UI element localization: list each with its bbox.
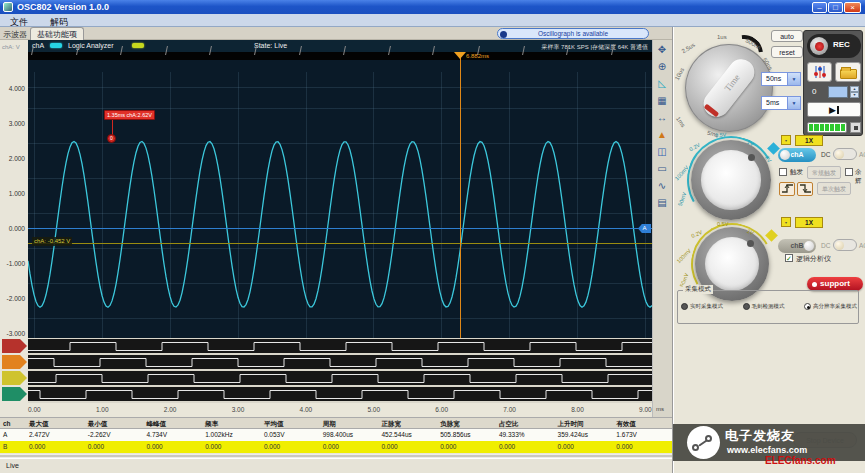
trigger-position-marker-icon[interactable] [454,52,466,65]
capture-mode-option[interactable]: 毛刺检测模式 [743,303,785,310]
x-tick-label: 2.00 [164,403,232,417]
channel-a-toggle[interactable]: chA [778,148,816,162]
play-button[interactable]: ▶ [807,102,861,117]
dial-label: 1us [717,34,727,40]
close-button[interactable]: × [844,2,861,13]
x-tick-label: 4.00 [300,403,368,417]
channel-b-coupling-toggle[interactable] [833,239,857,251]
battery-settings-button[interactable] [850,122,861,133]
persistence-checkbox[interactable] [845,168,853,176]
grid-icon[interactable]: ▦ [652,93,672,110]
toggle-knob-icon [780,150,790,160]
volt-label: 50mV [677,191,688,207]
timebase2-select[interactable]: 5ms ▼ [761,96,801,110]
capture-mode-title: 采集模式 [683,285,713,294]
wave-icon[interactable]: ∿ [652,178,672,195]
counter-field[interactable] [828,86,848,98]
normal-trigger-button[interactable]: 常规触发 [807,166,841,179]
table-icon[interactable]: ▤ [652,195,672,212]
measurement-cell: 452.544us [378,429,437,441]
volt-label: 100mV [675,248,692,265]
spin-down-button[interactable]: ▼ [850,92,859,98]
record-button[interactable]: REC [807,34,861,58]
chevron-down-icon[interactable]: ▼ [787,73,800,85]
capture-mode-option[interactable]: 实时采集模式 [681,303,723,310]
falling-edge-button[interactable] [797,182,813,196]
folder-icon [840,69,857,79]
cursor-marker[interactable]: 0 [107,134,116,143]
capture-mode-option[interactable]: 高分辨率采集模式 [804,303,857,310]
measurement-cell: 0.000 [202,441,261,453]
measurement-cell: 0.000 [261,441,320,453]
x-tick-label: 8.00 [571,403,639,417]
channel-b-toggle[interactable]: chB [778,239,816,253]
y-axis-ticks: 4.0003.0002.0001.0000.000-1.000-2.000-3.… [0,71,25,351]
zoom-in-icon[interactable]: ⊕ [652,59,672,76]
x-tick-label: 1.00 [96,403,164,417]
single-trigger-button[interactable]: 单次触发 [817,182,851,195]
x-tick-label: 5.00 [367,403,435,417]
sliders-icon [813,65,827,79]
y-tick-label: 4.000 [0,71,25,106]
measurement-header-cell: ch [0,418,26,428]
spectrum-icon[interactable]: ▲ [652,127,672,144]
trigger-level-line[interactable] [28,243,652,244]
settings-button[interactable] [807,62,832,82]
elecfans-logo-icon [687,426,720,459]
play-icon: ▶ [829,105,836,115]
probe-attenuation-icon[interactable]: ▾ [781,217,791,227]
maximize-button[interactable]: □ [828,2,843,13]
measurement-header-cell: 峰峰值 [143,418,202,428]
trigger-checkbox-label: 触发 [790,168,803,177]
trigger-checkbox[interactable] [779,168,787,176]
persistence-checkbox-label: 余辉 [855,168,865,186]
y-tick-label: -1.000 [0,246,25,281]
measurement-cell: B [0,441,26,453]
logic-channel-tag[interactable] [2,339,27,353]
waveform-display[interactable]: chA Logic Analyzer State: Live 采样率 781K … [28,40,652,403]
channel-a-probe[interactable]: 1X [795,135,823,146]
notice-text: Oscillograph is available [538,30,608,37]
open-file-button[interactable] [835,62,861,82]
probe-attenuation-icon[interactable]: ▾ [781,135,791,145]
battery-indicator [807,122,847,133]
channel-a-coupling-toggle[interactable] [833,148,857,160]
rising-edge-button[interactable] [779,182,795,196]
measurement-cell: 0.000 [496,441,555,453]
ruler-icon[interactable]: ◺ [652,76,672,93]
measurement-cell: 0.000 [378,441,437,453]
measurement-header-cell: 最大值 [26,418,85,428]
trigger-time-label: 6.882ms [466,53,489,59]
x-axis-ticks: 0.001.002.003.004.005.006.007.008.009.00 [28,403,668,417]
dial-label: 10us [674,67,685,81]
auto-button[interactable]: auto [771,30,803,42]
snapshot-icon[interactable]: ▭ [652,161,672,178]
channel-b-probe[interactable]: 1X [795,217,823,228]
support-button[interactable]: support [807,277,863,291]
measurement-cell: 0.000 [320,441,379,453]
measurement-cell: 0.000 [437,441,496,453]
chevron-down-icon[interactable]: ▼ [787,97,800,109]
cursor-stem [112,120,113,135]
measure-icon[interactable]: ↔ [652,110,672,127]
save-icon[interactable]: ◫ [652,144,672,161]
tab-basic-functions[interactable]: 基础功能项 [30,27,84,40]
measurement-header-cell: 最小值 [85,418,144,428]
minimize-button[interactable]: – [812,2,827,13]
radio-icon [743,303,750,310]
logic-wave-0 [28,339,652,353]
watermark-site: www.elecfans.com [727,445,807,455]
measurement-header-cell: 平均值 [261,418,320,428]
logic-analyzer-checkbox[interactable]: ✓ [785,254,793,262]
logic-channel-tag[interactable] [2,387,27,401]
logic-channel-tag[interactable] [2,355,27,369]
channel-b-ac-label: AC [859,242,865,249]
timebase-select[interactable]: 50ns ▼ [761,72,801,86]
x-tick-label: 0.00 [28,403,96,417]
info-dot-icon [500,31,507,38]
reset-button[interactable]: reset [771,46,803,58]
status-live-label: Live [6,462,19,469]
logic-channel-tag[interactable] [2,371,27,385]
channel-a-volts-knob[interactable] [691,140,771,220]
pan-icon[interactable]: ✥ [652,42,672,59]
